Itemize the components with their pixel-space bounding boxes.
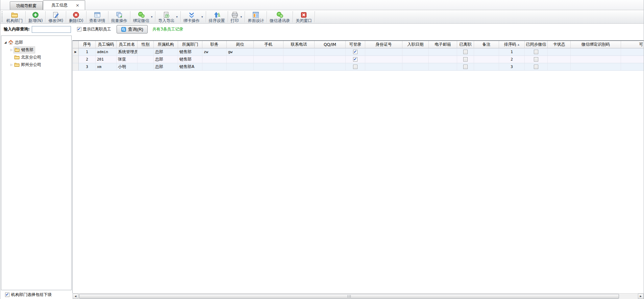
tree-item-node-3[interactable]: ▷郑州分公司 — [1, 61, 71, 68]
cell-wechat_bind_id[interactable] — [571, 63, 621, 71]
cell-id_no[interactable] — [365, 48, 402, 56]
cell-code[interactable]: admin — [96, 48, 117, 56]
row-indicator-cell[interactable]: ▶ — [73, 48, 79, 56]
column-header-name[interactable]: 员工姓名 — [117, 41, 138, 48]
include-sub-departments-checkbox[interactable]: 机构部门选择包括下级 — [1, 290, 72, 299]
cell-qq[interactable] — [315, 48, 346, 56]
toolbar-button-add[interactable]: 新增(N) — [26, 10, 45, 23]
checkbox-icon[interactable] — [5, 293, 9, 297]
cell-can_login[interactable] — [346, 56, 365, 63]
column-header-phone[interactable]: 联系电话 — [283, 41, 315, 48]
column-header-id_no[interactable]: 身份证号 — [365, 41, 402, 48]
scroll-left-button[interactable]: ◀ — [73, 294, 78, 299]
can_login-checkbox[interactable] — [353, 50, 357, 54]
toolbar-button-sort-settings[interactable]: 排序设置 — [206, 10, 227, 23]
cell-mobile[interactable] — [254, 63, 283, 71]
column-header-wechat_bind_id[interactable]: 微信绑定识别码 — [571, 41, 621, 48]
toolbar-button-bind-card[interactable]: 绑卡操作▼ — [181, 10, 205, 23]
cell-email[interactable] — [429, 48, 457, 56]
search-input[interactable] — [32, 26, 71, 33]
cell-name[interactable]: 张亚 — [117, 56, 138, 63]
column-header-email[interactable]: 电子邮箱 — [429, 41, 457, 48]
scrollbar-track[interactable] — [78, 294, 638, 299]
cell-seq[interactable]: 1 — [79, 48, 96, 56]
cell-wechat_synced[interactable] — [525, 48, 548, 56]
column-header-seq[interactable]: 序号 — [79, 41, 96, 48]
cell-id_no[interactable] — [365, 63, 402, 71]
tab-function-nav[interactable]: 功能导航窗 — [10, 1, 43, 10]
cell-seq[interactable]: 3 — [79, 63, 96, 71]
resigned-checkbox[interactable] — [463, 57, 468, 62]
cell-hire_date[interactable] — [402, 63, 429, 71]
cell-gender[interactable] — [138, 63, 154, 71]
cell-mobile[interactable] — [254, 48, 283, 56]
column-header-post[interactable]: 岗位 — [227, 41, 254, 48]
cell-wechat_bind_id[interactable] — [571, 48, 621, 56]
toolbar-button-wechat-contacts[interactable]: 微信通讯录 — [267, 10, 292, 23]
horizontal-scrollbar[interactable]: ◀ ▶ — [73, 293, 644, 299]
toolbar-button-batch[interactable]: 批量操作 — [109, 10, 130, 23]
column-header-partial[interactable]: 可 — [621, 41, 644, 48]
cell-hire_date[interactable] — [402, 56, 429, 63]
table-row[interactable]: ▶1admin系统管理员总部销售部zwgw1 — [73, 48, 644, 56]
cell-name[interactable]: 系统管理员 — [117, 48, 138, 56]
cell-qq[interactable] — [315, 63, 346, 71]
cell-wechat_synced[interactable] — [525, 63, 548, 71]
cell-card_status[interactable] — [548, 56, 571, 63]
column-header-remark[interactable]: 备注 — [474, 41, 499, 48]
column-header-sort_code[interactable]: 排序码▲ — [499, 41, 525, 48]
cell-dept[interactable]: 销售部A — [178, 63, 202, 71]
column-header-card_status[interactable]: 卡状态 — [548, 41, 571, 48]
show-resigned-checkbox[interactable]: 显示已离职员工 — [77, 26, 111, 32]
column-header-dept[interactable]: 所属部门 — [178, 41, 202, 48]
chevron-down-icon[interactable]: ▼ — [201, 16, 203, 18]
cell-gender[interactable] — [138, 48, 154, 56]
can_login-checkbox[interactable] — [353, 65, 357, 69]
cell-phone[interactable] — [283, 63, 315, 71]
cell-partial[interactable] — [621, 63, 644, 71]
tree-item-root[interactable]: ◢总部 — [1, 39, 71, 46]
cell-partial[interactable] — [621, 48, 644, 56]
cell-dept[interactable]: 销售部 — [178, 48, 202, 56]
toolbar-button-details[interactable]: 查看详情 — [87, 10, 108, 23]
cell-hire_date[interactable] — [402, 48, 429, 56]
toolbar-button-edit[interactable]: 修改(M) — [46, 10, 66, 23]
cell-gender[interactable] — [138, 56, 154, 63]
cell-org[interactable]: 总部 — [154, 56, 178, 63]
resigned-checkbox[interactable] — [463, 50, 468, 54]
cell-remark[interactable] — [474, 63, 499, 71]
cell-resigned[interactable] — [457, 48, 474, 56]
toolbar-button-import-export[interactable]: 导入导出▼ — [156, 10, 180, 23]
column-header-mobile[interactable]: 手机 — [254, 41, 283, 48]
cell-resigned[interactable] — [457, 63, 474, 71]
cell-qq[interactable] — [315, 56, 346, 63]
tree-expander-icon[interactable]: ◢ — [3, 41, 7, 44]
cell-partial[interactable] — [621, 56, 644, 63]
toolbar-button-close-window[interactable]: 关闭窗口 — [293, 10, 314, 23]
column-header-resigned[interactable]: 已离职 — [457, 41, 474, 48]
column-header-code[interactable]: 员工编码 — [96, 41, 117, 48]
tree-expander-icon[interactable]: ▷ — [9, 63, 14, 66]
cell-remark[interactable] — [474, 56, 499, 63]
wechat_synced-checkbox[interactable] — [534, 57, 538, 62]
cell-duty[interactable]: zw — [202, 48, 227, 56]
column-header-wechat_synced[interactable]: 已同步微信 — [525, 41, 548, 48]
wechat_synced-checkbox[interactable] — [534, 65, 538, 69]
column-header-duty[interactable]: 职务 — [202, 41, 227, 48]
cell-duty[interactable] — [202, 56, 227, 63]
row-indicator-cell[interactable] — [73, 63, 79, 71]
tree-item-node-2[interactable]: 北京分公司 — [1, 53, 71, 61]
tree-expander-icon[interactable]: ▷ — [9, 48, 14, 51]
cell-sort_code[interactable]: 2 — [499, 56, 525, 63]
cell-wechat_synced[interactable] — [525, 56, 548, 63]
cell-org[interactable]: 总部 — [154, 48, 178, 56]
column-header-gender[interactable]: 性别 — [138, 41, 154, 48]
cell-sort_code[interactable]: 3 — [499, 63, 525, 71]
table-row[interactable]: 3xm小明总部销售部A3 — [73, 63, 644, 71]
cell-can_login[interactable] — [346, 63, 365, 71]
cell-name[interactable]: 小明 — [117, 63, 138, 71]
cell-code[interactable]: 201 — [96, 56, 117, 63]
toolbar-button-ui-design[interactable]: 界面设计 — [245, 10, 266, 23]
cell-id_no[interactable] — [365, 56, 402, 63]
table-row[interactable]: 2201张亚总部销售部2 — [73, 56, 644, 63]
